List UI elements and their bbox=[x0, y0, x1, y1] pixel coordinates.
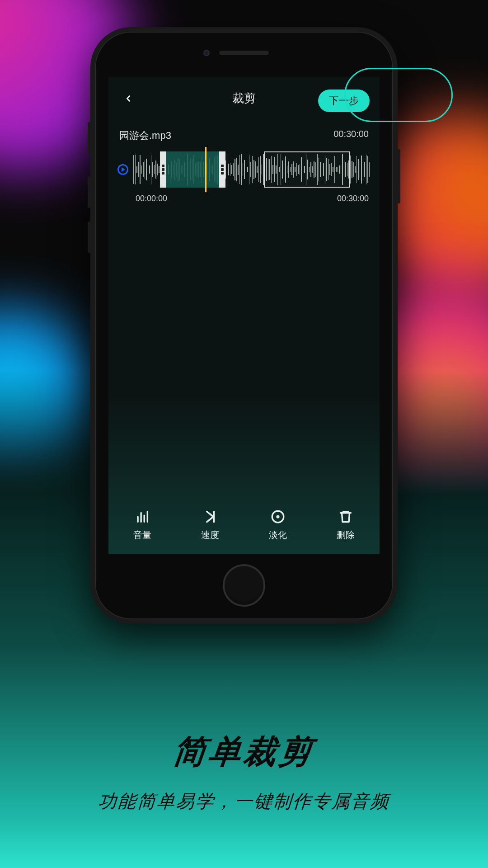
tool-label: 速度 bbox=[201, 529, 219, 541]
volume-icon bbox=[135, 509, 150, 524]
device-speaker bbox=[219, 51, 269, 55]
waveform-area bbox=[117, 148, 371, 191]
device-camera bbox=[203, 50, 210, 56]
selection-region-2[interactable] bbox=[264, 151, 350, 188]
trash-icon bbox=[338, 509, 353, 524]
page-title: 裁剪 bbox=[232, 90, 256, 106]
tool-label: 音量 bbox=[133, 529, 151, 541]
promo-footer: 简单裁剪 功能简单易学，一键制作专属音频 bbox=[0, 730, 488, 814]
app-header: 裁剪 下一步 bbox=[108, 77, 380, 120]
selection-handle-right[interactable] bbox=[221, 168, 224, 171]
bottom-toolbar: 音量 速度 淡化 删除 bbox=[108, 501, 380, 554]
tool-speed[interactable]: 速度 bbox=[201, 509, 219, 541]
track-info-row: 园游会.mp3 00:30:00 bbox=[108, 120, 380, 146]
timeline-start: 00:00:00 bbox=[136, 194, 167, 203]
selection-region-1[interactable] bbox=[160, 151, 225, 188]
next-button-label: 下一步 bbox=[329, 95, 359, 106]
device-frame: 裁剪 下一步 园游会.mp3 00:30:00 00:00:00 bbox=[90, 27, 398, 624]
tool-fade[interactable]: 淡化 bbox=[269, 509, 287, 541]
back-button[interactable] bbox=[119, 90, 137, 108]
timeline-row: 00:00:00 00:30:00 bbox=[108, 191, 380, 203]
device-home-button bbox=[223, 564, 265, 607]
track-filename: 园游会.mp3 bbox=[119, 129, 171, 142]
fade-icon bbox=[270, 509, 286, 524]
chevron-left-icon bbox=[123, 92, 133, 105]
play-button[interactable] bbox=[117, 164, 128, 175]
promo-subtitle: 功能简单易学，一键制作专属音频 bbox=[0, 789, 488, 814]
track-total-duration: 00:30:00 bbox=[333, 129, 369, 142]
playhead[interactable] bbox=[205, 147, 206, 192]
speed-icon bbox=[202, 509, 218, 524]
waveform-track[interactable] bbox=[133, 151, 371, 188]
tool-label: 删除 bbox=[337, 529, 355, 541]
timeline-end: 00:30:00 bbox=[337, 194, 369, 203]
selection-handle-left[interactable] bbox=[162, 168, 164, 171]
promo-title: 简单裁剪 bbox=[0, 730, 488, 774]
tool-delete[interactable]: 删除 bbox=[337, 509, 355, 541]
next-button[interactable]: 下一步 bbox=[318, 90, 370, 112]
tool-label: 淡化 bbox=[269, 529, 287, 541]
app-screen: 裁剪 下一步 园游会.mp3 00:30:00 00:00:00 bbox=[108, 77, 380, 554]
tool-volume[interactable]: 音量 bbox=[133, 509, 151, 541]
svg-point-6 bbox=[276, 515, 279, 518]
